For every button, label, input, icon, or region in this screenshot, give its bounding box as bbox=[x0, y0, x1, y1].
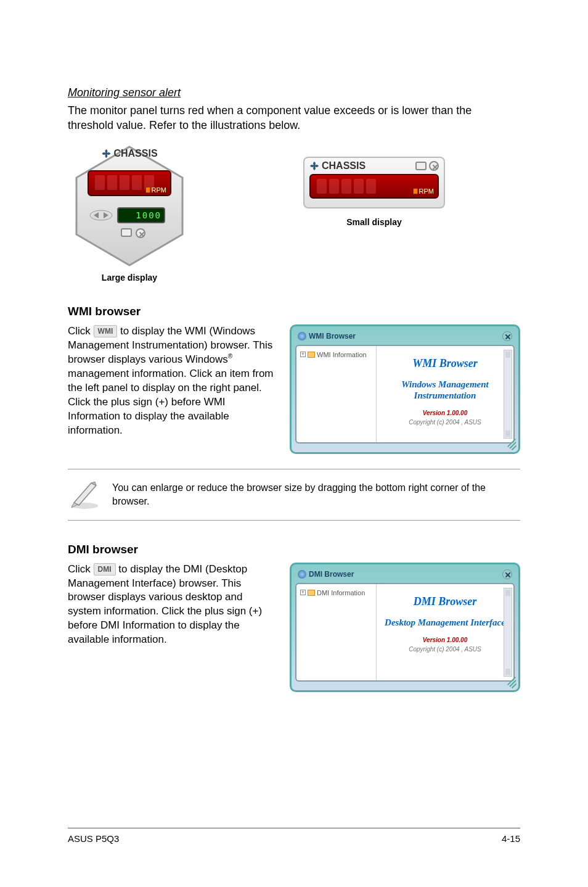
small-rpm-readout: RPM bbox=[309, 174, 439, 199]
toggle-size-icon[interactable] bbox=[415, 162, 427, 170]
dmi-browser-window: DMI Browser + DMI Information DMI Browse… bbox=[290, 563, 520, 692]
tree-root-item[interactable]: + WMI Information bbox=[300, 351, 372, 358]
content-version: Version 1.00.00 bbox=[380, 637, 510, 643]
dmi-heading: DMI browser bbox=[68, 543, 520, 556]
close-icon[interactable] bbox=[429, 161, 439, 171]
resize-grip[interactable] bbox=[502, 439, 516, 450]
wmi-paragraph: Click WMI to display the WMI (Windows Ma… bbox=[68, 324, 277, 438]
wmi-browser-window: WMI Browser + WMI Information WMI Browse… bbox=[290, 324, 520, 454]
alert-title: Monitoring sensor alert bbox=[68, 86, 520, 99]
scrollbar[interactable] bbox=[504, 588, 512, 677]
small-panel-title-text: CHASSIS bbox=[322, 160, 365, 171]
folder-icon bbox=[308, 590, 315, 596]
svg-point-2 bbox=[90, 210, 112, 220]
tree-pane: + DMI Information bbox=[296, 584, 377, 680]
expand-icon[interactable]: + bbox=[300, 590, 306, 595]
tree-pane: + WMI Information bbox=[296, 346, 377, 442]
toggle-size-icon[interactable] bbox=[121, 228, 132, 237]
content-pane: DMI Browser Desktop Management Interface… bbox=[377, 584, 513, 680]
content-subtitle: Desktop Management Interface bbox=[380, 617, 510, 628]
fan-icon bbox=[309, 161, 319, 171]
threshold-value: 1000 bbox=[117, 207, 165, 223]
scrollbar[interactable] bbox=[504, 350, 512, 439]
fan-icon bbox=[101, 149, 111, 159]
threshold-slider[interactable] bbox=[89, 206, 113, 225]
folder-icon bbox=[308, 352, 315, 358]
expand-icon[interactable]: + bbox=[300, 352, 306, 357]
footer-left: ASUS P5Q3 bbox=[68, 833, 119, 844]
wmi-heading: WMI browser bbox=[68, 305, 520, 318]
rpm-unit: RPM bbox=[419, 188, 434, 195]
close-icon[interactable] bbox=[502, 331, 512, 341]
tree-root-label: WMI Information bbox=[317, 351, 367, 358]
rpm-unit: RPM bbox=[152, 186, 166, 194]
tree-root-label: DMI Information bbox=[317, 589, 365, 596]
small-display-panel: CHASSIS RPM bbox=[303, 157, 445, 208]
large-panel-title-text: CHASSIS bbox=[113, 148, 157, 159]
globe-icon bbox=[298, 332, 306, 340]
content-copyright: Copyright (c) 2004 , ASUS bbox=[380, 419, 510, 426]
globe-icon bbox=[298, 570, 306, 579]
footer-right: 4-15 bbox=[502, 833, 520, 844]
close-icon[interactable] bbox=[502, 569, 512, 579]
alert-body: The monitor panel turns red when a compo… bbox=[68, 103, 520, 133]
dmi-paragraph: Click DMI to display the DMI (Desktop Ma… bbox=[68, 563, 277, 648]
dmi-button[interactable]: DMI bbox=[94, 563, 116, 576]
note-icon bbox=[68, 477, 101, 513]
tree-root-item[interactable]: + DMI Information bbox=[300, 589, 372, 596]
wmi-window-title: WMI Browser bbox=[309, 332, 356, 340]
content-copyright: Copyright (c) 2004 , ASUS bbox=[380, 646, 510, 653]
resize-grip[interactable] bbox=[502, 677, 516, 688]
registered-mark: ® bbox=[228, 353, 232, 360]
large-display-caption: Large display bbox=[68, 273, 191, 283]
large-panel-title: CHASSIS bbox=[101, 148, 157, 159]
content-pane: WMI Browser Windows Management Instrumen… bbox=[377, 346, 513, 442]
content-title: DMI Browser bbox=[380, 595, 510, 608]
small-display-caption: Small display bbox=[228, 217, 520, 227]
large-rpm-readout: RPM bbox=[88, 170, 171, 196]
large-display-panel: CHASSIS RPM 1000 bbox=[68, 144, 191, 268]
content-subtitle: Windows Management Instrumentation bbox=[380, 379, 510, 401]
content-version: Version 1.00.00 bbox=[380, 410, 510, 416]
note-text: You can enlarge or reduce the browser si… bbox=[112, 481, 520, 508]
close-icon[interactable] bbox=[136, 228, 145, 238]
dmi-window-title: DMI Browser bbox=[309, 570, 354, 579]
wmi-button[interactable]: WMI bbox=[94, 325, 118, 337]
content-title: WMI Browser bbox=[380, 357, 510, 370]
